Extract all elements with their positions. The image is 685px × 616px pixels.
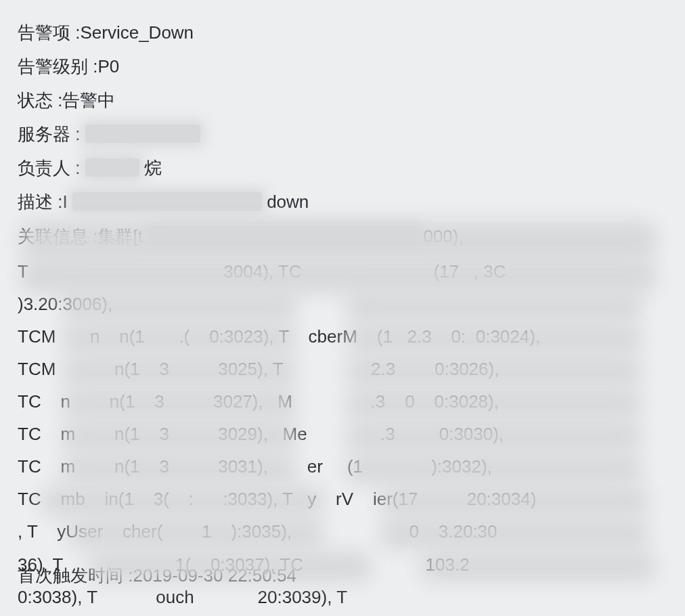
owner-suffix: 烷 xyxy=(144,158,162,178)
label-owner: 负责人 xyxy=(18,158,70,178)
row-first-trigger: 首次触发时间 :2019-09-30 22:50:54 xyxy=(18,559,296,592)
colon: : xyxy=(123,565,133,586)
row-alert-item: 告警项 :Service_Down xyxy=(18,16,667,49)
label-alert-item: 告警项 xyxy=(18,22,70,43)
desc-suffix: down xyxy=(267,192,309,212)
row-alert-level: 告警级别 :P0 xyxy=(18,50,667,83)
label-first-trigger: 首次触发时间 xyxy=(18,565,123,586)
value-alert-level: P0 xyxy=(97,56,119,76)
colon: : xyxy=(53,192,62,212)
value-alert-item: Service_Down xyxy=(80,22,194,43)
colon: : xyxy=(70,124,80,144)
colon: : xyxy=(88,56,97,76)
redacted-description xyxy=(72,192,262,211)
redacted-server xyxy=(85,125,200,143)
colon: : xyxy=(53,90,62,110)
row-server: 服务器 : xyxy=(18,118,667,150)
row-description: 描述 :I down xyxy=(18,185,667,218)
value-first-trigger: 2019-09-30 22:50:54 xyxy=(133,565,296,586)
colon: : xyxy=(70,158,80,178)
label-alert-level: 告警级别 xyxy=(18,56,88,76)
related-prefix: 集群[t xyxy=(97,226,142,246)
label-related: 关联信息 xyxy=(18,226,88,246)
redacted-owner xyxy=(85,158,139,177)
label-server: 服务器 xyxy=(18,124,70,144)
colon: : xyxy=(88,226,97,246)
row-related-header: 关联信息 :集群[t 000), xyxy=(18,220,667,252)
row-status: 状态 :告警中 xyxy=(18,84,667,116)
row-owner: 负责人 : 烷 xyxy=(18,152,667,184)
desc-prefix: I xyxy=(62,192,67,212)
colon: : xyxy=(70,22,80,43)
related-suffix: 000), xyxy=(423,226,463,246)
value-status: 告警中 xyxy=(62,90,115,110)
label-description: 描述 xyxy=(18,192,53,212)
label-status: 状态 xyxy=(18,90,53,110)
redacted-related xyxy=(148,226,418,244)
